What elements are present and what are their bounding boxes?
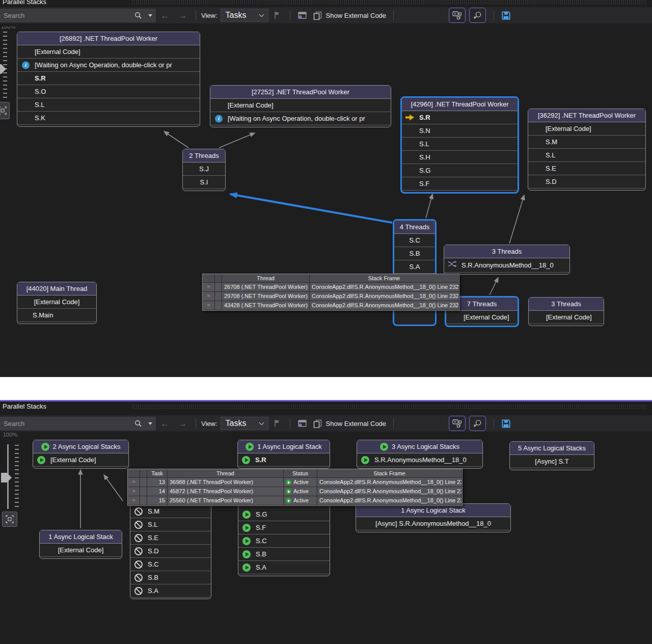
save-button[interactable] [501,419,511,428]
frame-row[interactable]: [Waiting on Async Operation, double-clic… [210,112,391,125]
flag-icon[interactable] [128,478,140,487]
stack-box-header[interactable]: 1 Async Logical Stack [40,530,122,544]
frame-row[interactable]: [External Code] [17,45,200,59]
frame-row[interactable]: [Waiting on Async Operation, double-clic… [17,59,200,72]
frame-row[interactable]: S.A [238,561,330,574]
zoom-slider-thumb[interactable] [1,473,12,482]
forward-button[interactable]: → [178,11,187,20]
frame-row[interactable]: S.O [17,85,200,98]
forward-button[interactable]: → [178,419,187,428]
stack-box-header[interactable]: [36292] .NET ThreadPool Worker [528,109,645,122]
back-button[interactable]: ← [160,419,169,428]
frame-row[interactable]: [External Code] [40,544,122,557]
frame-row[interactable]: S.Main [17,309,96,322]
datatip-frame-cell[interactable]: ConsoleApp2.dll!S.R.AnonymousMethod__18_… [317,487,462,496]
frame-row[interactable]: S.R [238,453,330,467]
flag-filter-button[interactable] [274,419,281,427]
flag-filter-button[interactable] [274,11,281,19]
frame-row[interactable]: [External Code] [33,453,128,467]
flag-icon[interactable] [203,292,215,301]
show-external-code-label[interactable]: Show External Code [326,12,387,19]
frame-row[interactable]: S.I [183,176,225,189]
show-external-code-label[interactable]: Show External Code [326,420,387,427]
frame-row[interactable]: S.D [130,545,211,558]
datatip-frame-cell[interactable]: ConsoleApp2.dll!S.R.AnonymousMethod__18_… [317,496,462,505]
back-button[interactable]: ← [160,11,169,20]
toggle-method-view-button[interactable] [449,8,466,23]
frame-row[interactable]: [Async] S.T [510,455,594,468]
datatip-status-cell[interactable]: Active [284,496,317,505]
datatip-thread-cell[interactable]: 29708 (.NET ThreadPool Worker) [222,292,310,301]
zoom-fit-button[interactable] [2,512,17,527]
frame-row[interactable]: S.B [238,548,330,561]
datatip-frame-cell[interactable]: ConsoleApp2.dll!S.R.AnonymousMethod__18_… [317,478,462,487]
stack-box-header[interactable]: [26892] .NET ThreadPool Worker [17,32,200,45]
datatip-task-cell[interactable]: 14 [147,487,168,496]
auto-zoom-button[interactable] [469,416,486,431]
datatip-frame-cell[interactable]: ConsoleApp2.dll!S.R.AnonymousMethod__18_… [310,283,459,292]
search-icon[interactable] [134,12,142,19]
frame-row[interactable]: [External Code] [529,311,604,324]
frame-row[interactable]: S.E [130,531,211,545]
datatip-thread-cell[interactable]: 36988 (.NET ThreadPool Worker) [168,478,284,487]
stack-box-header[interactable]: [27252] .NET ThreadPool Worker [210,86,391,99]
stack-box-header[interactable]: [42960] .NET ThreadPool Worker [402,98,518,111]
datatip-status-cell[interactable]: Active [284,487,317,496]
frame-row[interactable]: S.L [528,149,645,162]
frame-row[interactable]: S.R.AnonymousMethod__18_0 [444,258,569,273]
stack-box-header[interactable]: 2 Threads [183,149,225,163]
toggle-method-view-button[interactable] [449,416,466,431]
stack-box-header[interactable]: [44020] Main Thread [17,282,96,296]
view-dropdown[interactable]: Tasks [221,9,268,22]
view-dropdown[interactable]: Tasks [221,417,268,430]
external-code-icon[interactable] [313,11,322,20]
frame-row[interactable]: S.E [528,162,645,175]
frame-row[interactable]: S.B [394,247,435,260]
flag-icon[interactable] [203,283,215,292]
search-options-caret-icon[interactable] [148,14,152,17]
frame-row[interactable]: S.N [402,124,518,138]
frame-row[interactable]: S.G [238,508,330,521]
datatip-frame-cell[interactable]: ConsoleApp2.dll!S.R.AnonymousMethod__18_… [310,292,459,301]
frame-row[interactable]: S.C [130,558,211,571]
frame-row[interactable]: S.J [183,163,225,176]
frame-row[interactable]: S.M [528,136,645,149]
frame-row[interactable]: [External Code] [210,99,391,112]
auto-zoom-button[interactable] [469,8,486,23]
stack-view-button[interactable] [297,11,307,20]
frame-row[interactable]: S.A [394,260,435,274]
frame-row[interactable]: S.D [528,175,645,189]
search-box[interactable] [0,9,156,22]
frame-row[interactable]: [External Code] [446,311,518,324]
search-input[interactable] [4,12,131,19]
frame-row[interactable]: [External Code] [528,122,645,136]
flag-icon[interactable] [203,301,215,310]
search-input[interactable] [4,420,131,427]
frame-row[interactable]: S.K [17,112,200,125]
save-button[interactable] [501,11,511,20]
stack-box-header[interactable]: 3 Threads [444,245,569,258]
frame-row[interactable]: S.C [238,534,330,548]
datatip-status-cell[interactable]: Active [284,478,317,487]
stack-box-header[interactable]: 3 Async Logical Stacks [357,440,482,453]
frame-row[interactable]: S.F [402,177,518,191]
stack-box-header[interactable]: 5 Async Logical Stacks [510,442,594,455]
frame-row[interactable]: S.L [402,138,518,151]
frame-row[interactable]: S.R.AnonymousMethod__18_0 [357,453,482,467]
datatip-thread-cell[interactable]: 25560 (.NET ThreadPool Worker) [168,496,284,505]
frame-row-current[interactable]: S.R [402,111,518,124]
frame-row[interactable]: S.C [394,234,435,247]
stack-box-header[interactable]: 4 Threads [394,221,435,234]
external-code-icon[interactable] [313,419,322,428]
zoom-fit-button[interactable] [0,102,10,119]
stack-box-header[interactable]: 1 Async Logical Stack [238,440,330,453]
frame-row[interactable]: S.H [402,151,518,164]
stack-view-button[interactable] [297,419,307,428]
frame-row[interactable]: [Async] S.R.AnonymousMethod__18_0 [356,517,510,530]
frame-row[interactable]: S.M [130,505,211,518]
frame-row[interactable]: S.L [17,98,200,112]
datatip-thread-cell[interactable]: 45872 (.NET ThreadPool Worker) [168,487,284,496]
frame-row[interactable]: S.R [17,72,200,85]
frame-row[interactable]: S.G [402,164,518,177]
datatip-task-cell[interactable]: 13 [147,478,168,487]
